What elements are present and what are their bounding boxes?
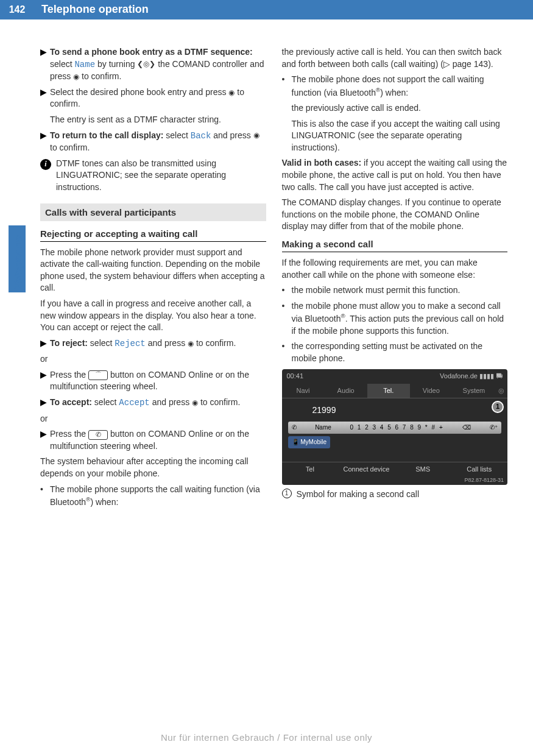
page-title: Telephone operation bbox=[34, 0, 533, 19]
page-number: 142 bbox=[0, 0, 34, 19]
paragraph: the previously active call is ended. bbox=[292, 102, 508, 115]
ss-tab-navi[interactable]: Navi bbox=[282, 384, 325, 398]
or-separator: or bbox=[40, 413, 266, 425]
step-reject-alt: ▶ Press the ⌒ button on COMAND Online or… bbox=[40, 369, 266, 393]
triangle-bullet-icon: ▶ bbox=[40, 369, 46, 393]
text: the mobile phone must allow you to make … bbox=[292, 300, 508, 337]
text: Select the desired phone book entry and … bbox=[50, 87, 228, 97]
step-label: To return to the call display: bbox=[50, 130, 163, 140]
ss-device-name[interactable]: 📱 MyMobile bbox=[288, 436, 331, 448]
ss-name-label[interactable]: Name bbox=[315, 423, 331, 432]
caption-number: 1 bbox=[282, 489, 292, 498]
ss-status-bar: 00:41 Vodafone.de ▮▮▮▮ ⛟ bbox=[282, 369, 508, 383]
ss-tab-audio[interactable]: Audio bbox=[325, 384, 367, 398]
ss-carrier: Vodafone.de bbox=[440, 372, 478, 380]
subsection-heading: Making a second call bbox=[282, 238, 508, 252]
info-text: DTMF tones can also be transmitted using… bbox=[56, 158, 266, 194]
ss-image-code: P82.87-8128-31 bbox=[464, 476, 504, 484]
step-accept-alt: ▶ Press the ✆ button on COMAND Online or… bbox=[40, 428, 266, 452]
info-note: i DTMF tones can also be transmitted usi… bbox=[40, 158, 266, 194]
paragraph: The system behaviour after accepting the… bbox=[40, 456, 266, 479]
pickup-button-icon: ✆ bbox=[88, 430, 108, 440]
text: and press bbox=[146, 338, 188, 348]
footer-watermark: Nur für internen Gebrauch / For internal… bbox=[0, 731, 533, 744]
triangle-bullet-icon: ▶ bbox=[40, 428, 46, 452]
ss-main: 1 21999 ✆ Name 0 1 2 3 4 5 6 7 8 9 * # +… bbox=[282, 398, 508, 454]
ss-time: 00:41 bbox=[287, 372, 304, 381]
step-label: To accept: bbox=[50, 397, 92, 407]
step-select-entry: ▶ Select the desired phone book entry an… bbox=[40, 87, 266, 110]
ss-dial-row[interactable]: ✆ Name 0 1 2 3 4 5 6 7 8 9 * # + ⌫ ✆⁺ bbox=[288, 422, 502, 434]
text: to confirm. bbox=[79, 71, 121, 81]
clear-icon[interactable]: ⌫ bbox=[462, 423, 471, 432]
ss-bottom-menu: Tel Connect device SMS Call lists bbox=[282, 462, 508, 476]
text: and press bbox=[150, 397, 192, 407]
controller-press-icon: ◉ bbox=[192, 398, 198, 408]
ss-menu-connect[interactable]: Connect device bbox=[338, 462, 395, 476]
ss-tab-menu-icon[interactable]: ◎ bbox=[495, 384, 507, 398]
side-tab-label: Telephone bbox=[11, 235, 26, 289]
text: to confirm. bbox=[198, 397, 240, 407]
comand-screenshot: 00:41 Vodafone.de ▮▮▮▮ ⛟ Navi Audio Tel.… bbox=[282, 369, 508, 485]
triangle-bullet-icon: ▶ bbox=[40, 337, 46, 350]
text: and press bbox=[211, 130, 253, 140]
triangle-bullet-icon: ▶ bbox=[40, 46, 46, 83]
text: Press the bbox=[50, 370, 88, 380]
cmd-accept: Accept bbox=[119, 398, 149, 408]
text: The mobile phone does not support the ca… bbox=[292, 74, 508, 99]
bold-label: Valid in both cases: bbox=[282, 158, 362, 168]
text: select bbox=[88, 338, 115, 348]
hangup-button-icon: ⌒ bbox=[88, 370, 108, 380]
step-return-call-display: ▶ To return to the call display: select … bbox=[40, 130, 266, 154]
ss-tab-tel[interactable]: Tel. bbox=[367, 384, 410, 398]
paragraph: Valid in both cases: if you accept the w… bbox=[282, 157, 508, 193]
paragraph: If the following requirements are met, y… bbox=[282, 257, 508, 281]
ss-keypad-digits[interactable]: 0 1 2 3 4 5 6 7 8 9 * # + bbox=[350, 423, 443, 432]
text: The mobile phone supports the call waiti… bbox=[50, 484, 266, 509]
step-reject: ▶ To reject: select Reject and press ◉ t… bbox=[40, 337, 266, 350]
ss-menu-call-lists[interactable]: Call lists bbox=[451, 462, 507, 476]
text: the corresponding setting must be activa… bbox=[292, 341, 508, 364]
second-call-icon[interactable]: ✆⁺ bbox=[490, 423, 498, 432]
text: select bbox=[163, 130, 190, 140]
signal-icon: ▮▮▮▮ bbox=[479, 372, 494, 380]
ss-tab-system[interactable]: System bbox=[453, 384, 495, 398]
paragraph: This is also the case if you accept the … bbox=[292, 118, 508, 154]
text: to confirm. bbox=[50, 143, 90, 152]
paragraph: the previously active call is held. You … bbox=[282, 46, 508, 70]
paragraph: If you have a call in progress and recei… bbox=[40, 298, 266, 334]
ss-menu-tel[interactable]: Tel bbox=[282, 462, 339, 476]
text: select bbox=[50, 59, 74, 69]
ss-tab-video[interactable]: Video bbox=[410, 384, 453, 398]
triangle-bullet-icon: ▶ bbox=[40, 397, 46, 409]
figure-caption: 1 Symbol for making a second call bbox=[282, 489, 508, 501]
sat-icon: ⛟ bbox=[496, 372, 503, 380]
list-item: the corresponding setting must be activa… bbox=[282, 341, 508, 364]
list-item: The mobile phone supports the call waiti… bbox=[40, 484, 266, 509]
content-columns: ▶ To send a phone book entry as a DTMF s… bbox=[0, 19, 533, 512]
ss-tabs: Navi Audio Tel. Video System ◎ bbox=[282, 384, 508, 398]
section-heading: Calls with several participants bbox=[40, 203, 266, 221]
text: to confirm. bbox=[194, 338, 236, 348]
list-item: The mobile phone does not support the ca… bbox=[282, 74, 508, 99]
ss-menu-sms[interactable]: SMS bbox=[395, 462, 451, 476]
step-dtmf-send: ▶ To send a phone book entry as a DTMF s… bbox=[40, 46, 266, 83]
step-label: To reject: bbox=[50, 338, 88, 348]
ss-callout-marker: 1 bbox=[492, 401, 504, 413]
step-result: The entry is sent as a DTMF character st… bbox=[50, 114, 266, 126]
right-column: the previously active call is held. You … bbox=[282, 46, 508, 512]
cmd-name: Name bbox=[74, 60, 95, 69]
controller-press-icon: ◉ bbox=[188, 339, 194, 349]
subsection-heading: Rejecting or accepting a waiting call bbox=[40, 227, 266, 242]
info-icon: i bbox=[40, 159, 51, 170]
caption-text: Symbol for making a second call bbox=[297, 489, 420, 501]
cmd-back: Back bbox=[191, 131, 211, 141]
cmd-reject: Reject bbox=[115, 339, 145, 348]
text: Press the bbox=[50, 429, 88, 439]
ss-phone-number: 21999 bbox=[312, 404, 502, 417]
controller-press-icon: ◉ bbox=[73, 72, 79, 82]
phone-icon: ✆ bbox=[292, 423, 297, 432]
left-column: ▶ To send a phone book entry as a DTMF s… bbox=[40, 46, 266, 512]
list-item: the mobile phone must allow you to make … bbox=[282, 300, 508, 337]
step-label: To send a phone book entry as a DTMF seq… bbox=[50, 47, 253, 57]
